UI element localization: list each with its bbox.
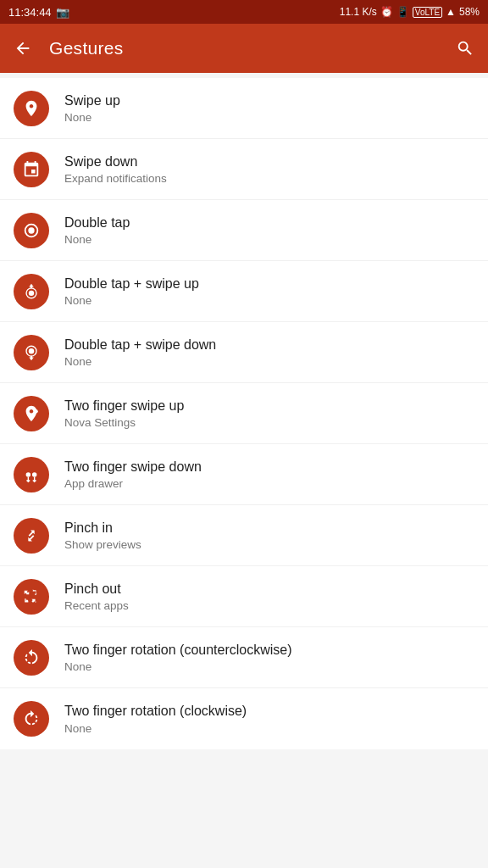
gestures-list: Swipe up None Swipe down Expand notifica…: [0, 78, 488, 749]
double-tap-swipe-down-icon: [14, 335, 49, 370]
svg-point-6: [34, 409, 38, 413]
swipe-up-icon: [14, 91, 49, 126]
status-time: 11:34:44: [8, 6, 52, 19]
pinch-out-icon: [14, 579, 49, 615]
list-item[interactable]: Swipe up None: [0, 78, 488, 139]
pinch-out-text: Pinch out Recent apps: [64, 581, 474, 613]
rotation-ccw-text: Two finger rotation (counterclockwise) N…: [64, 642, 474, 674]
pinch-out-title: Pinch out: [64, 581, 474, 598]
double-tap-swipe-down-subtitle: None: [64, 355, 474, 368]
list-item[interactable]: Two finger rotation (clockwise) None: [0, 688, 488, 749]
app-bar: Gestures: [0, 24, 488, 73]
swipe-down-icon: [14, 152, 49, 187]
list-item[interactable]: Double tap + swipe down None: [0, 322, 488, 383]
pinch-in-subtitle: Show previews: [64, 538, 474, 551]
status-phone-icon: 📱: [396, 6, 409, 18]
rotation-cw-subtitle: None: [64, 722, 474, 735]
list-item[interactable]: Pinch in Show previews: [0, 505, 488, 566]
double-tap-icon: [14, 213, 49, 248]
status-photo-icon: 📷: [56, 6, 69, 19]
svg-point-2: [29, 290, 34, 295]
two-finger-swipe-up-text: Two finger swipe up Nova Settings: [64, 398, 474, 430]
svg-point-0: [28, 227, 34, 233]
two-finger-swipe-down-title: Two finger swipe down: [64, 459, 474, 476]
rotation-cw-text: Two finger rotation (clockwise) None: [64, 703, 474, 735]
status-volte: VoLTE: [413, 7, 442, 18]
search-button[interactable]: [456, 39, 474, 58]
list-item[interactable]: Double tap None: [0, 200, 488, 261]
two-finger-swipe-up-icon: [14, 396, 49, 431]
status-network: 11.1 K/s: [340, 6, 377, 18]
double-tap-subtitle: None: [64, 233, 474, 246]
status-signal-icon: ▲: [446, 6, 456, 18]
list-item[interactable]: Two finger rotation (counterclockwise) N…: [0, 627, 488, 688]
status-alarm-icon: ⏰: [380, 6, 393, 18]
swipe-down-title: Swipe down: [64, 153, 474, 171]
pinch-out-subtitle: Recent apps: [64, 599, 474, 612]
pinch-in-icon: [14, 518, 49, 554]
list-item[interactable]: Two finger swipe down App drawer: [0, 444, 488, 505]
double-tap-swipe-down-text: Double tap + swipe down None: [64, 337, 474, 369]
list-item[interactable]: Two finger swipe up Nova Settings: [0, 383, 488, 444]
double-tap-swipe-up-title: Double tap + swipe up: [64, 275, 474, 293]
status-battery: 58%: [459, 6, 480, 18]
rotation-ccw-icon: [14, 640, 49, 676]
swipe-down-text: Swipe down Expand notifications: [64, 153, 474, 186]
pinch-in-text: Pinch in Show previews: [64, 520, 474, 552]
list-item[interactable]: Pinch out Recent apps: [0, 566, 488, 627]
rotation-ccw-subtitle: None: [64, 660, 474, 673]
pinch-in-title: Pinch in: [64, 520, 474, 537]
svg-point-7: [26, 472, 30, 477]
list-item[interactable]: Double tap + swipe up None: [0, 261, 488, 322]
swipe-down-subtitle: Expand notifications: [64, 172, 474, 185]
list-item[interactable]: Swipe down Expand notifications: [0, 139, 488, 200]
status-bar-right: 11.1 K/s ⏰ 📱 VoLTE ▲ 58%: [340, 6, 480, 18]
back-button[interactable]: [14, 39, 32, 58]
page-title: Gestures: [49, 38, 439, 58]
double-tap-text: Double tap None: [64, 214, 474, 247]
swipe-up-text: Swipe up None: [64, 92, 474, 125]
swipe-up-title: Swipe up: [64, 92, 474, 110]
swipe-up-subtitle: None: [64, 111, 474, 124]
svg-point-4: [29, 348, 34, 353]
rotation-cw-icon: [14, 701, 49, 737]
two-finger-swipe-up-subtitle: Nova Settings: [64, 416, 474, 429]
double-tap-swipe-up-subtitle: None: [64, 294, 474, 307]
double-tap-title: Double tap: [64, 214, 474, 232]
two-finger-swipe-down-icon: [14, 457, 49, 492]
double-tap-swipe-up-icon: [14, 274, 49, 309]
two-finger-swipe-down-subtitle: App drawer: [64, 477, 474, 490]
rotation-ccw-title: Two finger rotation (counterclockwise): [64, 642, 474, 659]
rotation-cw-title: Two finger rotation (clockwise): [64, 703, 474, 721]
double-tap-swipe-down-title: Double tap + swipe down: [64, 337, 474, 354]
svg-point-8: [32, 472, 36, 477]
two-finger-swipe-down-text: Two finger swipe down App drawer: [64, 459, 474, 491]
status-bar: 11:34:44 📷 11.1 K/s ⏰ 📱 VoLTE ▲ 58%: [0, 0, 488, 24]
status-bar-left: 11:34:44 📷: [8, 6, 69, 19]
two-finger-swipe-up-title: Two finger swipe up: [64, 398, 474, 415]
double-tap-swipe-up-text: Double tap + swipe up None: [64, 275, 474, 308]
